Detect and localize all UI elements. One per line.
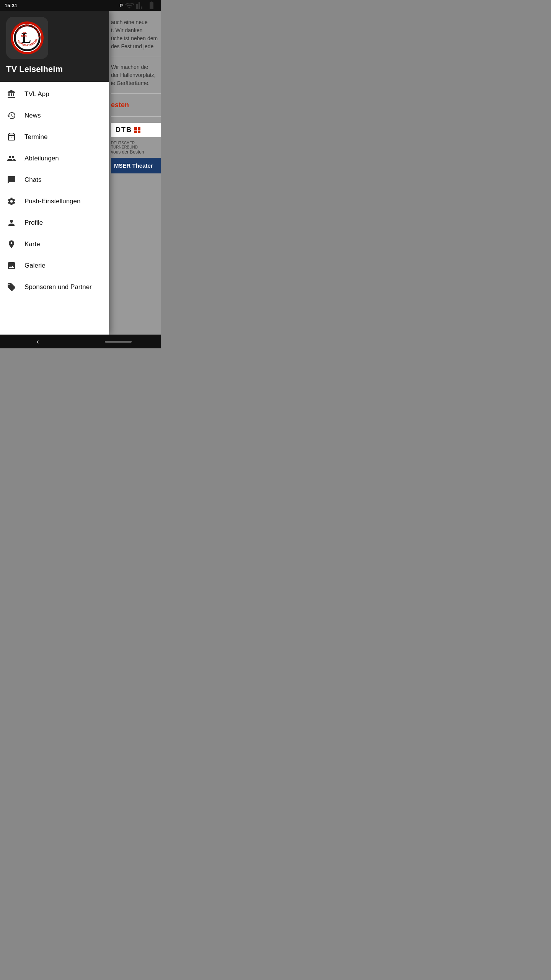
menu-list: TVL App News Termine Abteilungen [0, 82, 109, 335]
navigation-drawer: L TURNVEREIN 1863 E.V. TV 1863 WORMS-LEI… [0, 11, 109, 335]
status-bar: 15:31 P [0, 0, 161, 11]
menu-item-abteilungen[interactable]: Abteilungen [0, 148, 109, 169]
signal-icon [136, 1, 145, 10]
menu-label-tvl-app: TVL App [24, 90, 49, 98]
menu-label-termine: Termine [24, 133, 47, 141]
chat-icon [6, 175, 17, 185]
menu-label-news: News [24, 112, 41, 119]
menu-item-galerie[interactable]: Galerie [0, 255, 109, 276]
bg-text-1: auch eine neue t. Wir danken üche ist ne… [111, 18, 161, 57]
parking-icon: P [119, 3, 123, 8]
theater-text: MSER Theater [111, 158, 161, 173]
bg-text-2: Wir machen die der Hallenvorplatz, ie Ge… [111, 63, 161, 94]
dtb-subtitle: DEUTSCHER TURNERBUND [111, 141, 161, 149]
vous-text: vous der Besten [111, 149, 161, 155]
svg-text:1863: 1863 [21, 35, 27, 38]
dtb-logo: DTB [111, 123, 161, 137]
person-icon [6, 217, 17, 228]
dtb-grid-icon [134, 127, 140, 133]
menu-item-profile[interactable]: Profile [0, 212, 109, 234]
status-time: 15:31 [5, 3, 17, 8]
status-icons: P [119, 1, 156, 10]
menu-label-profile: Profile [24, 219, 43, 227]
menu-item-sponsoren[interactable]: Sponsoren und Partner [0, 276, 109, 298]
club-logo-svg: L TURNVEREIN 1863 E.V. TV 1863 WORMS-LEI… [10, 21, 44, 55]
home-indicator[interactable] [105, 341, 132, 343]
menu-item-termine[interactable]: Termine [0, 126, 109, 148]
location-icon [6, 239, 17, 250]
calendar-icon [6, 132, 17, 142]
menu-label-push-einstellungen: Push-Einstellungen [24, 198, 80, 205]
drawer-title: TV Leiselheim [6, 64, 63, 74]
gear-icon [6, 196, 17, 207]
svg-text:TV: TV [23, 31, 26, 34]
menu-item-push-einstellungen[interactable]: Push-Einstellungen [0, 191, 109, 212]
menu-item-karte[interactable]: Karte [0, 234, 109, 255]
drawer-header: L TURNVEREIN 1863 E.V. TV 1863 WORMS-LEI… [0, 11, 109, 82]
menu-item-tvl-app[interactable]: TVL App [0, 83, 109, 105]
tag-icon [6, 282, 17, 292]
back-button[interactable]: ‹ [29, 336, 47, 347]
history-icon [6, 110, 17, 121]
app-logo: L TURNVEREIN 1863 E.V. TV 1863 WORMS-LEI… [6, 17, 48, 59]
menu-item-chats[interactable]: Chats [0, 169, 109, 191]
menu-label-karte: Karte [24, 240, 40, 248]
menu-label-chats: Chats [24, 176, 41, 184]
wifi-icon [125, 1, 134, 10]
bg-text-red: esten [111, 100, 161, 117]
menu-label-galerie: Galerie [24, 262, 46, 270]
nav-bar: ‹ [0, 335, 161, 348]
image-icon [6, 260, 17, 271]
group-icon [6, 153, 17, 164]
menu-label-sponsoren: Sponsoren und Partner [24, 283, 92, 291]
battery-icon [147, 1, 156, 10]
menu-label-abteilungen: Abteilungen [24, 155, 59, 162]
bank-icon [6, 89, 17, 100]
menu-item-news[interactable]: News [0, 105, 109, 126]
